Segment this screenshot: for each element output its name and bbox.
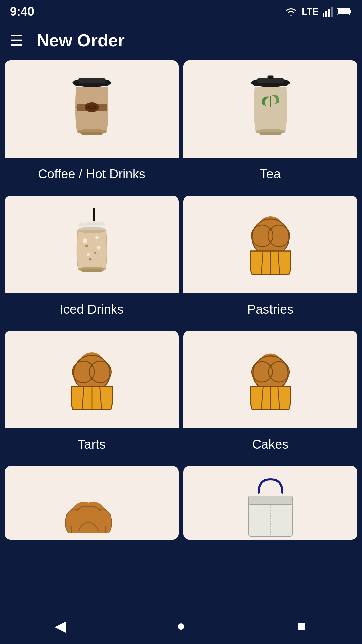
svg-rect-31: [82, 269, 102, 272]
tarts-label: Tarts: [5, 428, 179, 461]
svg-point-27: [85, 245, 88, 247]
wifi-icon: [284, 7, 298, 17]
category-card-pastries[interactable]: Pastries: [183, 196, 357, 326]
svg-point-23: [83, 238, 87, 243]
svg-point-26: [95, 236, 99, 239]
bread-icon: [62, 486, 122, 540]
bread-image: [5, 466, 179, 540]
category-grid: Coffee / Hot Drinks: [0, 57, 362, 543]
status-icons: LTE: [284, 6, 352, 17]
pastries-image: [183, 196, 357, 293]
cakes-image: [183, 331, 357, 428]
tarts-muffin-icon: [62, 342, 122, 416]
svg-rect-0: [323, 13, 324, 17]
recents-button[interactable]: ■: [288, 612, 315, 639]
category-card-tea[interactable]: Tea: [183, 60, 357, 191]
cakes-muffin-icon: [240, 342, 301, 416]
app-header: ☰ New Order: [0, 23, 362, 57]
svg-rect-3: [331, 7, 333, 17]
svg-rect-19: [260, 132, 281, 135]
coffee-label: Coffee / Hot Drinks: [5, 158, 179, 191]
svg-point-29: [89, 258, 91, 261]
bottom-nav: ◀ ● ■: [0, 607, 362, 644]
svg-point-10: [85, 102, 99, 112]
svg-rect-1: [325, 11, 327, 17]
menu-button[interactable]: ☰: [10, 32, 23, 49]
svg-point-24: [97, 246, 101, 250]
svg-rect-5: [350, 10, 351, 13]
coffee-cup-icon: [62, 72, 122, 146]
category-card-bags[interactable]: [183, 466, 357, 540]
svg-rect-66: [249, 496, 292, 504]
pastries-label: Pastries: [183, 293, 357, 326]
svg-point-25: [87, 253, 90, 256]
iced-label: Iced Drinks: [5, 293, 179, 326]
svg-rect-9: [78, 78, 105, 83]
iced-image: [5, 196, 179, 293]
tea-image: [183, 60, 357, 158]
svg-rect-6: [338, 9, 349, 14]
pastries-muffin-icon: [240, 207, 301, 281]
signal-icon: [323, 7, 333, 17]
svg-rect-12: [81, 132, 102, 135]
page-title: New Order: [37, 30, 125, 50]
cakes-label: Cakes: [183, 428, 357, 461]
status-bar: 9:40 LTE: [0, 0, 362, 23]
lte-indicator: LTE: [302, 6, 319, 17]
coffee-image: [5, 60, 179, 158]
category-card-cakes[interactable]: Cakes: [183, 331, 357, 461]
bag-icon: [240, 473, 301, 540]
iced-drink-icon: [62, 207, 122, 281]
back-button[interactable]: ◀: [47, 612, 74, 639]
bags-image: [183, 466, 357, 540]
home-button[interactable]: ●: [168, 612, 194, 639]
tea-cup-icon: [240, 72, 301, 146]
category-card-tarts[interactable]: Tarts: [5, 331, 179, 461]
tea-label: Tea: [183, 158, 357, 191]
svg-point-28: [94, 252, 96, 254]
svg-rect-2: [328, 9, 330, 17]
category-card-iced[interactable]: Iced Drinks: [5, 196, 179, 326]
svg-rect-16: [267, 75, 273, 79]
status-time: 9:40: [10, 5, 34, 19]
battery-icon: [337, 7, 352, 16]
tarts-image: [5, 331, 179, 428]
category-card-bread[interactable]: [5, 466, 179, 540]
category-card-coffee[interactable]: Coffee / Hot Drinks: [5, 60, 179, 191]
